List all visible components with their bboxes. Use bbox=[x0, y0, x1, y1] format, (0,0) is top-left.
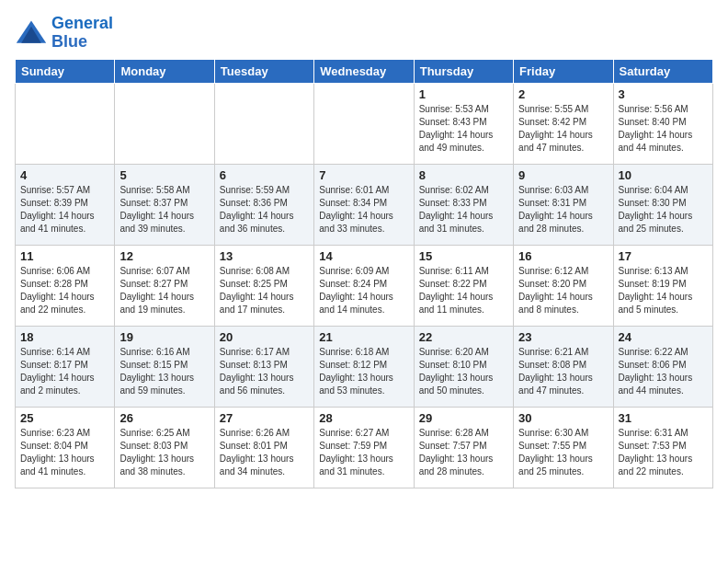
calendar-cell: 15Sunrise: 6:11 AM Sunset: 8:22 PM Dayli… bbox=[414, 245, 513, 326]
day-header-wednesday: Wednesday bbox=[314, 59, 414, 83]
calendar-week-row: 11Sunrise: 6:06 AM Sunset: 8:28 PM Dayli… bbox=[16, 245, 713, 326]
day-info: Sunrise: 6:03 AM Sunset: 8:31 PM Dayligh… bbox=[518, 184, 608, 236]
calendar-cell: 12Sunrise: 6:07 AM Sunset: 8:27 PM Dayli… bbox=[115, 245, 214, 326]
day-info: Sunrise: 6:01 AM Sunset: 8:34 PM Dayligh… bbox=[319, 184, 408, 236]
day-number: 10 bbox=[619, 168, 708, 182]
day-number: 15 bbox=[419, 249, 508, 263]
calendar-cell bbox=[115, 83, 214, 164]
calendar-header-row: SundayMondayTuesdayWednesdayThursdayFrid… bbox=[16, 59, 713, 83]
day-number: 31 bbox=[619, 411, 708, 425]
day-number: 23 bbox=[518, 330, 608, 344]
day-info: Sunrise: 6:20 AM Sunset: 8:10 PM Dayligh… bbox=[419, 346, 508, 397]
day-info: Sunrise: 6:25 AM Sunset: 8:03 PM Dayligh… bbox=[119, 427, 209, 478]
calendar-cell: 6Sunrise: 5:59 AM Sunset: 8:36 PM Daylig… bbox=[214, 164, 313, 245]
day-number: 4 bbox=[20, 168, 109, 182]
day-info: Sunrise: 5:59 AM Sunset: 8:36 PM Dayligh… bbox=[220, 184, 309, 236]
calendar-cell: 30Sunrise: 6:30 AM Sunset: 7:55 PM Dayli… bbox=[514, 407, 613, 488]
calendar-cell: 10Sunrise: 6:04 AM Sunset: 8:30 PM Dayli… bbox=[613, 164, 712, 245]
day-number: 28 bbox=[319, 411, 408, 425]
day-number: 25 bbox=[20, 411, 109, 425]
day-number: 14 bbox=[319, 249, 408, 263]
day-info: Sunrise: 5:56 AM Sunset: 8:40 PM Dayligh… bbox=[619, 103, 708, 155]
calendar-cell bbox=[214, 83, 313, 164]
day-info: Sunrise: 6:22 AM Sunset: 8:06 PM Dayligh… bbox=[619, 346, 708, 397]
day-info: Sunrise: 6:06 AM Sunset: 8:28 PM Dayligh… bbox=[20, 265, 109, 316]
day-info: Sunrise: 6:08 AM Sunset: 8:25 PM Dayligh… bbox=[220, 265, 309, 316]
calendar-cell: 21Sunrise: 6:18 AM Sunset: 8:12 PM Dayli… bbox=[314, 326, 414, 407]
day-number: 7 bbox=[319, 168, 408, 182]
day-info: Sunrise: 5:55 AM Sunset: 8:42 PM Dayligh… bbox=[518, 103, 608, 155]
day-header-friday: Friday bbox=[514, 59, 613, 83]
day-info: Sunrise: 6:21 AM Sunset: 8:08 PM Dayligh… bbox=[518, 346, 608, 397]
calendar-cell: 26Sunrise: 6:25 AM Sunset: 8:03 PM Dayli… bbox=[115, 407, 214, 488]
day-number: 9 bbox=[518, 168, 608, 182]
calendar-cell: 29Sunrise: 6:28 AM Sunset: 7:57 PM Dayli… bbox=[414, 407, 513, 488]
calendar-cell: 23Sunrise: 6:21 AM Sunset: 8:08 PM Dayli… bbox=[514, 326, 613, 407]
day-number: 30 bbox=[518, 411, 608, 425]
day-number: 12 bbox=[119, 249, 209, 263]
day-info: Sunrise: 6:30 AM Sunset: 7:55 PM Dayligh… bbox=[518, 427, 608, 478]
calendar-cell: 1Sunrise: 5:53 AM Sunset: 8:43 PM Daylig… bbox=[414, 83, 513, 164]
page-header: General Blue bbox=[15, 15, 713, 52]
day-info: Sunrise: 6:12 AM Sunset: 8:20 PM Dayligh… bbox=[518, 265, 608, 316]
logo: General Blue bbox=[15, 15, 113, 52]
day-number: 8 bbox=[419, 168, 508, 182]
calendar-cell: 25Sunrise: 6:23 AM Sunset: 8:04 PM Dayli… bbox=[16, 407, 115, 488]
day-info: Sunrise: 6:09 AM Sunset: 8:24 PM Dayligh… bbox=[319, 265, 408, 316]
day-info: Sunrise: 6:13 AM Sunset: 8:19 PM Dayligh… bbox=[619, 265, 708, 316]
calendar-cell: 9Sunrise: 6:03 AM Sunset: 8:31 PM Daylig… bbox=[514, 164, 613, 245]
calendar-cell: 27Sunrise: 6:26 AM Sunset: 8:01 PM Dayli… bbox=[214, 407, 313, 488]
calendar-cell: 28Sunrise: 6:27 AM Sunset: 7:59 PM Dayli… bbox=[314, 407, 414, 488]
day-number: 13 bbox=[220, 249, 309, 263]
calendar-week-row: 18Sunrise: 6:14 AM Sunset: 8:17 PM Dayli… bbox=[16, 326, 713, 407]
day-info: Sunrise: 6:07 AM Sunset: 8:27 PM Dayligh… bbox=[119, 265, 209, 316]
calendar-cell: 24Sunrise: 6:22 AM Sunset: 8:06 PM Dayli… bbox=[613, 326, 712, 407]
calendar-cell: 8Sunrise: 6:02 AM Sunset: 8:33 PM Daylig… bbox=[414, 164, 513, 245]
calendar-cell: 19Sunrise: 6:16 AM Sunset: 8:15 PM Dayli… bbox=[115, 326, 214, 407]
day-number: 21 bbox=[319, 330, 408, 344]
day-info: Sunrise: 6:17 AM Sunset: 8:13 PM Dayligh… bbox=[220, 346, 309, 397]
calendar-cell: 3Sunrise: 5:56 AM Sunset: 8:40 PM Daylig… bbox=[613, 83, 712, 164]
day-number: 3 bbox=[619, 87, 708, 101]
calendar-cell: 17Sunrise: 6:13 AM Sunset: 8:19 PM Dayli… bbox=[613, 245, 712, 326]
calendar-cell: 16Sunrise: 6:12 AM Sunset: 8:20 PM Dayli… bbox=[514, 245, 613, 326]
day-number: 11 bbox=[20, 249, 109, 263]
calendar-cell: 18Sunrise: 6:14 AM Sunset: 8:17 PM Dayli… bbox=[16, 326, 115, 407]
calendar-cell: 11Sunrise: 6:06 AM Sunset: 8:28 PM Dayli… bbox=[16, 245, 115, 326]
day-header-thursday: Thursday bbox=[414, 59, 513, 83]
calendar-cell: 22Sunrise: 6:20 AM Sunset: 8:10 PM Dayli… bbox=[414, 326, 513, 407]
calendar-week-row: 25Sunrise: 6:23 AM Sunset: 8:04 PM Dayli… bbox=[16, 407, 713, 488]
calendar-week-row: 4Sunrise: 5:57 AM Sunset: 8:39 PM Daylig… bbox=[16, 164, 713, 245]
day-number: 6 bbox=[220, 168, 309, 182]
calendar-cell: 7Sunrise: 6:01 AM Sunset: 8:34 PM Daylig… bbox=[314, 164, 414, 245]
day-header-sunday: Sunday bbox=[16, 59, 115, 83]
day-info: Sunrise: 6:11 AM Sunset: 8:22 PM Dayligh… bbox=[419, 265, 508, 316]
calendar-cell: 20Sunrise: 6:17 AM Sunset: 8:13 PM Dayli… bbox=[214, 326, 313, 407]
calendar-cell: 2Sunrise: 5:55 AM Sunset: 8:42 PM Daylig… bbox=[514, 83, 613, 164]
day-info: Sunrise: 5:58 AM Sunset: 8:37 PM Dayligh… bbox=[119, 184, 209, 236]
calendar-week-row: 1Sunrise: 5:53 AM Sunset: 8:43 PM Daylig… bbox=[16, 83, 713, 164]
calendar-cell bbox=[314, 83, 414, 164]
day-number: 5 bbox=[119, 168, 209, 182]
day-number: 18 bbox=[20, 330, 109, 344]
day-header-monday: Monday bbox=[115, 59, 214, 83]
day-info: Sunrise: 6:16 AM Sunset: 8:15 PM Dayligh… bbox=[119, 346, 209, 397]
logo-text: General Blue bbox=[51, 15, 113, 52]
calendar-table: SundayMondayTuesdayWednesdayThursdayFrid… bbox=[15, 59, 713, 488]
day-info: Sunrise: 5:57 AM Sunset: 8:39 PM Dayligh… bbox=[20, 184, 109, 236]
day-info: Sunrise: 6:14 AM Sunset: 8:17 PM Dayligh… bbox=[20, 346, 109, 397]
day-number: 16 bbox=[518, 249, 608, 263]
day-info: Sunrise: 6:27 AM Sunset: 7:59 PM Dayligh… bbox=[319, 427, 408, 478]
calendar-cell: 14Sunrise: 6:09 AM Sunset: 8:24 PM Dayli… bbox=[314, 245, 414, 326]
day-info: Sunrise: 5:53 AM Sunset: 8:43 PM Dayligh… bbox=[419, 103, 508, 155]
calendar-cell: 4Sunrise: 5:57 AM Sunset: 8:39 PM Daylig… bbox=[16, 164, 115, 245]
day-header-saturday: Saturday bbox=[613, 59, 712, 83]
calendar-cell: 5Sunrise: 5:58 AM Sunset: 8:37 PM Daylig… bbox=[115, 164, 214, 245]
calendar-cell bbox=[16, 83, 115, 164]
day-number: 19 bbox=[119, 330, 209, 344]
day-header-tuesday: Tuesday bbox=[214, 59, 313, 83]
day-number: 27 bbox=[220, 411, 309, 425]
calendar-cell: 31Sunrise: 6:31 AM Sunset: 7:53 PM Dayli… bbox=[613, 407, 712, 488]
calendar-cell: 13Sunrise: 6:08 AM Sunset: 8:25 PM Dayli… bbox=[214, 245, 313, 326]
day-info: Sunrise: 6:31 AM Sunset: 7:53 PM Dayligh… bbox=[619, 427, 708, 478]
